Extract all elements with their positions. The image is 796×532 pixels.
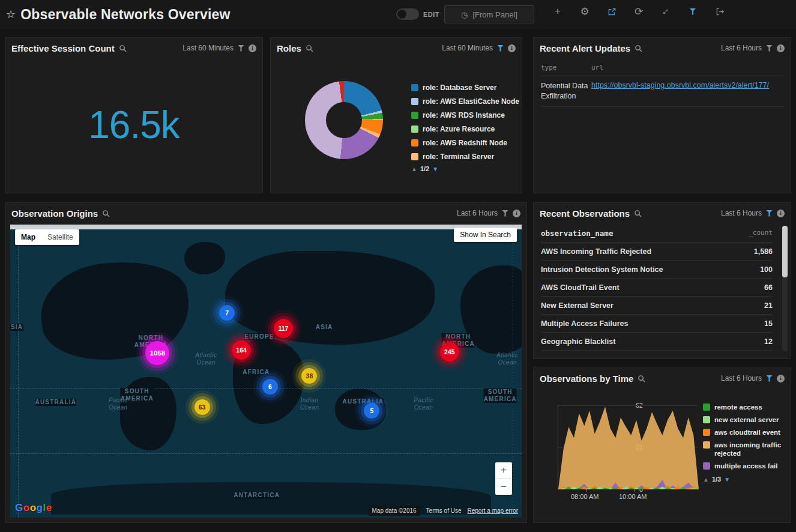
map-label: Pacific Ocean xyxy=(109,397,128,411)
pager-up-icon[interactable]: ▲ xyxy=(411,166,417,172)
info-icon[interactable]: i xyxy=(508,44,516,52)
map-cluster-marker[interactable]: 38 xyxy=(301,368,317,384)
info-icon[interactable]: i xyxy=(513,210,520,217)
observation-count: 12 xyxy=(764,337,773,346)
legend-item[interactable]: new external server xyxy=(703,416,788,424)
x-axis-tick-mark xyxy=(586,489,586,492)
info-icon[interactable]: i xyxy=(777,210,785,217)
info-icon[interactable]: i xyxy=(249,44,256,52)
map-cluster-marker[interactable]: 117 xyxy=(274,319,293,338)
favorite-star-icon[interactable]: ☆ xyxy=(6,8,16,21)
map-label: Indian Ocean xyxy=(300,397,319,411)
table-row[interactable]: Potential Data Exfiltration https://obsr… xyxy=(541,76,783,107)
observation-name: AWS CloudTrail Event xyxy=(541,283,764,292)
map-cluster-marker[interactable]: 1058 xyxy=(145,341,169,365)
column-header-observation-name[interactable]: observation_name xyxy=(541,229,749,238)
legend-label: role: Database Server xyxy=(423,83,496,92)
fullscreen-expand-icon[interactable]: ↕ xyxy=(658,4,673,19)
time-picker[interactable]: ◷ [From Panel] xyxy=(444,5,534,23)
column-header-type[interactable]: type xyxy=(541,64,591,71)
add-panel-icon[interactable]: + xyxy=(552,6,563,17)
magnifier-icon[interactable] xyxy=(634,210,642,217)
info-icon[interactable]: i xyxy=(777,375,785,382)
legend-item[interactable]: role: AWS ElastiCache Node xyxy=(411,97,519,106)
terms-of-use-link[interactable]: Terms of Use xyxy=(426,507,462,514)
legend-item[interactable]: aws cloudtrail event xyxy=(703,428,788,437)
satellite-view-button[interactable]: Satellite xyxy=(41,229,79,245)
alerts-table: type url Potential Data Exfiltration htt… xyxy=(534,58,791,107)
zoom-in-button[interactable]: + xyxy=(495,462,512,479)
refresh-icon[interactable]: ⟳ xyxy=(633,6,644,17)
legend-item[interactable]: role: AWS Redshift Node xyxy=(411,139,519,147)
table-row[interactable]: Geographic Blacklist12 xyxy=(541,333,773,351)
magnifier-icon[interactable] xyxy=(635,44,642,52)
observation-count: 1,586 xyxy=(754,247,773,256)
time-chart-plot-area[interactable] xyxy=(558,405,698,489)
legend-label: remote access xyxy=(714,403,762,411)
column-header-count[interactable]: _count xyxy=(749,229,773,238)
funnel-glyph xyxy=(690,8,696,15)
alert-url-link[interactable]: https://obsrvbl-staging.obsrvbl.com/aler… xyxy=(591,81,769,89)
scrollbar-thumb[interactable] xyxy=(782,226,788,277)
legend-item[interactable]: role: Terminal Server xyxy=(411,153,519,161)
settings-gear-icon[interactable]: ⚙ xyxy=(579,6,590,17)
pager-down-icon[interactable]: ▼ xyxy=(724,476,730,483)
panel-filter-icon[interactable] xyxy=(766,210,773,217)
table-row[interactable]: AWS CloudTrail Event66 xyxy=(541,279,773,297)
panel-filter-icon[interactable] xyxy=(502,210,508,217)
pager-down-icon[interactable]: ▼ xyxy=(432,166,438,172)
edit-toggle[interactable]: EDIT xyxy=(396,8,439,20)
panel-header: Recent Observations Last 6 Hours i xyxy=(534,203,791,223)
roles-donut-chart[interactable] xyxy=(305,81,383,159)
map-label: ASIA xyxy=(10,324,23,331)
scrollbar[interactable] xyxy=(782,226,788,351)
magnifier-icon[interactable] xyxy=(638,375,645,382)
table-row[interactable]: AWS Incoming Traffic Rejected1,586 xyxy=(541,243,773,261)
edit-toggle-switch[interactable] xyxy=(396,8,419,20)
titlebar: ☆ Observable Networks Overview EDIT ◷ [F… xyxy=(0,0,796,29)
google-logo[interactable]: Google xyxy=(15,502,52,514)
column-header-url[interactable]: url xyxy=(591,64,603,71)
legend-item[interactable]: role: AWS RDS Instance xyxy=(411,111,519,119)
panel-filter-icon[interactable] xyxy=(766,375,773,382)
observation-name: New External Server xyxy=(541,301,764,310)
panel-filter-icon[interactable] xyxy=(766,45,773,52)
time-range-label: Last 60 Minutes xyxy=(442,44,493,52)
map-label: SOUTH AMERICA xyxy=(484,388,517,403)
table-row[interactable]: Multiple Access Failures15 xyxy=(541,315,773,333)
time-range-label: Last 6 Hours xyxy=(457,209,498,217)
pager-up-icon[interactable]: ▲ xyxy=(703,476,709,483)
graticule-line xyxy=(513,225,513,518)
legend-item[interactable]: remote access xyxy=(703,403,788,411)
map-cluster-marker[interactable]: 5 xyxy=(364,403,379,419)
panel-filter-icon[interactable] xyxy=(238,45,244,52)
legend-swatch xyxy=(411,112,418,119)
report-map-error-link[interactable]: Report a map error xyxy=(468,507,518,514)
map-cluster-marker[interactable]: 164 xyxy=(232,340,251,360)
logout-icon[interactable] xyxy=(714,6,725,17)
map-cluster-marker[interactable]: 63 xyxy=(194,399,210,415)
panel-filter-icon[interactable] xyxy=(497,45,504,52)
map-canvas[interactable]: ASIAEUROPEASIANORTH AMERICANORTH AMERICA… xyxy=(10,225,522,518)
magnifier-icon[interactable] xyxy=(119,44,127,52)
global-filter-icon[interactable] xyxy=(687,6,698,17)
map-view-button[interactable]: Map xyxy=(15,229,41,245)
map-cluster-marker[interactable]: 245 xyxy=(440,342,459,361)
legend-item[interactable]: role: Azure Resource xyxy=(411,125,519,133)
zoom-out-button[interactable]: − xyxy=(495,479,512,495)
time-chart-plot xyxy=(558,405,699,489)
map-cluster-marker[interactable]: 6 xyxy=(262,379,278,394)
table-row[interactable]: Intrusion Detection System Notice100 xyxy=(541,261,773,279)
observation-count: 100 xyxy=(760,265,773,274)
info-icon[interactable]: i xyxy=(777,44,785,52)
magnifier-icon[interactable] xyxy=(102,210,110,217)
legend-item[interactable]: multiple access fail xyxy=(703,462,788,470)
legend-item[interactable]: role: Database Server xyxy=(411,83,519,92)
magnifier-icon[interactable] xyxy=(306,44,313,52)
map-cluster-marker[interactable]: 7 xyxy=(219,305,235,321)
legend-item[interactable]: aws incoming traffic rejected xyxy=(703,441,788,458)
table-row[interactable]: New External Server21 xyxy=(541,297,773,315)
panel-recent-observations: Recent Observations Last 6 Hours i obser… xyxy=(533,202,791,359)
show-in-search-button[interactable]: Show In Search xyxy=(454,228,517,242)
share-icon[interactable] xyxy=(606,6,617,17)
